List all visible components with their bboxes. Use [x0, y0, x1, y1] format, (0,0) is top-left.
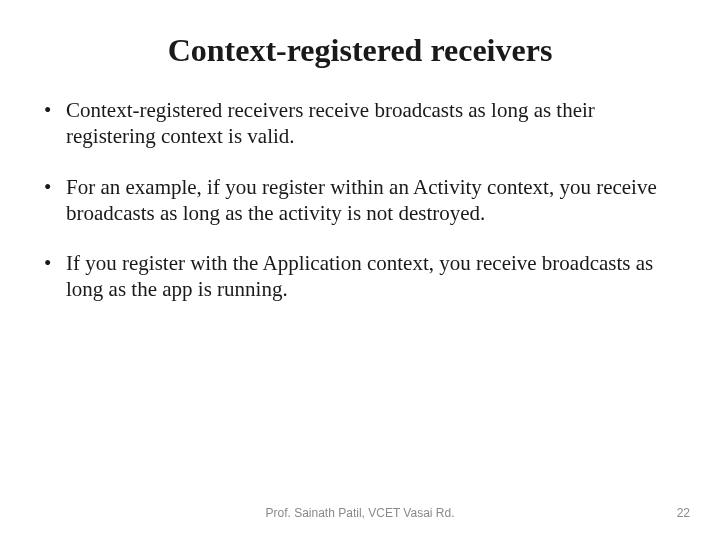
slide: Context-registered receivers Context-reg…	[0, 0, 720, 540]
footer-author: Prof. Sainath Patil, VCET Vasai Rd.	[0, 506, 720, 520]
footer: Prof. Sainath Patil, VCET Vasai Rd. 22	[0, 506, 720, 526]
slide-title: Context-registered receivers	[40, 32, 680, 69]
bullet-item: For an example, if you register within a…	[40, 174, 680, 227]
bullet-item: If you register with the Application con…	[40, 250, 680, 303]
page-number: 22	[677, 506, 690, 520]
bullet-item: Context-registered receivers receive bro…	[40, 97, 680, 150]
bullet-list: Context-registered receivers receive bro…	[40, 97, 680, 303]
